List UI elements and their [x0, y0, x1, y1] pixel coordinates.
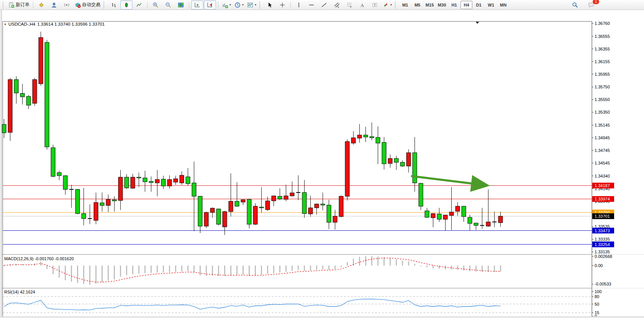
zoom-in-button[interactable]: [149, 0, 162, 10]
candle: [241, 199, 245, 205]
fibonacci-button[interactable]: F: [343, 0, 356, 10]
candle: [75, 189, 80, 214]
toolbar-separator: [33, 2, 33, 8]
candle: [88, 204, 92, 224]
signal-button[interactable]: [61, 0, 73, 10]
candle: [370, 122, 374, 140]
price-badge: 1.33974: [592, 196, 614, 202]
timeframe-h1[interactable]: H1: [448, 1, 460, 9]
auto-trading-label: 自动交易: [82, 2, 100, 8]
timeframe-m1[interactable]: M1: [399, 1, 411, 9]
candle: [265, 197, 270, 211]
timeframe-mn[interactable]: MN: [497, 1, 509, 9]
price-axis-label: 1.35955: [595, 72, 610, 77]
periods-button[interactable]: ▾: [233, 0, 245, 10]
templates-button[interactable]: ▾: [246, 0, 258, 10]
auto-scroll-button[interactable]: [191, 0, 203, 10]
candle: [290, 181, 294, 197]
new-order-icon: [8, 2, 15, 8]
horizontal-line-button[interactable]: [305, 0, 318, 10]
toolbar-grip[interactable]: [3, 2, 5, 8]
price-axis-label: 1.36155: [595, 59, 610, 64]
user-icon: [51, 2, 57, 8]
macd-axis-label: 0.00: [595, 263, 603, 268]
crosshair-button[interactable]: [276, 0, 288, 10]
svg-text:1.33473: 1.33473: [595, 228, 610, 233]
text-label-button[interactable]: T: [369, 0, 381, 10]
toolbar-grip[interactable]: [259, 2, 262, 8]
rsi-pane[interactable]: 1008050150: [0, 289, 644, 318]
zoom-out-icon: [165, 2, 171, 8]
chart-menu-icon[interactable]: ▼: [4, 23, 7, 26]
price-axis-label: 1.34545: [595, 161, 610, 165]
cursor-button[interactable]: [264, 0, 276, 10]
arrows-icon: [383, 2, 389, 8]
chat-button[interactable]: 1: [585, 0, 597, 10]
candle: [216, 209, 221, 225]
timeframe-h4[interactable]: H4: [460, 1, 472, 9]
search-button[interactable]: [569, 0, 581, 10]
trendline-button[interactable]: [318, 0, 330, 10]
timeframe-w1[interactable]: W1: [485, 1, 497, 9]
svg-text:A: A: [361, 2, 364, 8]
candlestick-chart-button[interactable]: [120, 0, 133, 10]
toolbar-grip[interactable]: [103, 2, 106, 8]
candle: [486, 189, 490, 227]
macd-pane[interactable]: 0.0026680.00-0.00533: [0, 255, 644, 289]
trendline-icon: [321, 2, 327, 8]
candle: [394, 156, 398, 170]
price-axis-label: 1.33135: [595, 250, 610, 254]
new-order-button[interactable]: 新订单: [7, 0, 31, 10]
timeframe-m5[interactable]: M5: [411, 1, 423, 9]
zoom-out-button[interactable]: [162, 0, 174, 10]
tile-windows-button[interactable]: [175, 0, 187, 10]
arrows-button[interactable]: ▾: [381, 0, 393, 10]
gold-ingot-button[interactable]: [35, 0, 48, 10]
svg-text:1.34187: 1.34187: [595, 183, 610, 188]
cursor-icon: [267, 2, 273, 8]
candle: [321, 192, 325, 210]
candle: [33, 78, 37, 106]
candle: [437, 208, 441, 222]
candle: [112, 196, 116, 212]
user-button[interactable]: [48, 0, 60, 10]
price-badge: 1.33254: [592, 241, 614, 247]
chart-title: ▼ USDCAD-,H4 1.33614 1.33740 1.33596 1.3…: [4, 22, 105, 26]
chart-shift-marker[interactable]: [476, 22, 479, 24]
candle: [413, 137, 417, 192]
candle: [468, 215, 472, 231]
candle: [186, 168, 190, 186]
toolbar-grip[interactable]: [395, 2, 398, 8]
candle: [333, 210, 337, 230]
timeframe-d1[interactable]: D1: [473, 1, 485, 9]
svg-text:E: E: [338, 6, 339, 8]
chevron-down-icon: ▾: [390, 3, 392, 7]
chart-shift-button[interactable]: [204, 0, 216, 10]
chevron-down-icon: ▾: [229, 3, 231, 7]
main-price-pane[interactable]: 1.367601.365551.363551.361551.359551.357…: [0, 20, 644, 255]
candle: [492, 212, 497, 227]
notification-badge: 1: [592, 0, 600, 5]
candle: [351, 131, 356, 145]
candle: [161, 176, 166, 189]
macd-indicator-label: MACD(12,26,9) -0.001760 -0.001620: [4, 256, 74, 261]
auto-trading-button[interactable]: 自动交易: [73, 0, 102, 10]
candle: [57, 171, 61, 180]
mt4-window: 新订单 自动交易: [0, 0, 644, 318]
candle: [296, 175, 300, 200]
price-badge: 1.33701: [592, 213, 614, 219]
equidistant-channel-button[interactable]: E: [331, 0, 343, 10]
candle: [20, 84, 25, 104]
candle: [247, 199, 251, 228]
macd-axis-label: 0.002668: [595, 255, 612, 259]
indicators-button[interactable]: ▾: [220, 0, 233, 10]
svg-text:1.33974: 1.33974: [595, 197, 610, 201]
line-chart-button[interactable]: [133, 0, 145, 10]
timeframe-m15[interactable]: M15: [424, 1, 436, 9]
candle: [431, 213, 435, 227]
candle: [278, 188, 282, 200]
bar-chart-button[interactable]: [108, 0, 120, 10]
text-button[interactable]: A: [356, 0, 368, 10]
vertical-line-button[interactable]: [293, 0, 305, 10]
timeframe-m30[interactable]: M30: [436, 1, 448, 9]
